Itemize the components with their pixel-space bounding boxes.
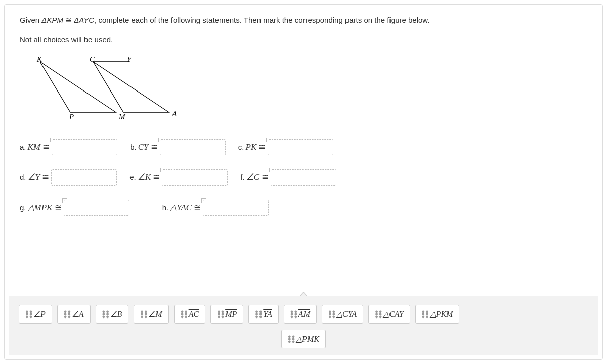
triangles-svg: K P M C Y A xyxy=(30,57,182,122)
choices-band: ●●●●●●∠P●●●●●●∠A●●●●●●∠B●●●●●●∠M●●●●●●AC… xyxy=(9,296,598,355)
grip-icon: ●●●●●● xyxy=(181,310,186,318)
choice-tile[interactable]: ●●●●●●∠B xyxy=(96,305,129,324)
cong: ≅ xyxy=(258,142,266,152)
grip-icon: ●●●●●● xyxy=(290,310,295,318)
stmt-a: a. KM ≅ xyxy=(20,139,117,155)
label-M: M xyxy=(118,113,126,121)
choice-tile[interactable]: ●●●●●●∠P xyxy=(19,305,52,324)
cong: ≅ xyxy=(153,172,160,183)
cong-sym: ≅ xyxy=(63,16,74,24)
prompt-text: Given ΔKPM ≅ ΔAYC, complete each of the … xyxy=(20,15,587,26)
stmt-a-id: a. xyxy=(20,143,26,151)
dropzone-h[interactable] xyxy=(203,200,269,216)
cong: ≅ xyxy=(42,172,49,183)
grip-icon: ●●●●●● xyxy=(375,310,380,318)
prompt-post: , complete each of the following stateme… xyxy=(94,16,429,24)
row-1: a. KM ≅ b. CY ≅ c. PK ≅ xyxy=(20,139,587,155)
stmt-e: e. ∠K ≅ xyxy=(129,169,228,186)
choice-tile[interactable]: ●●●●●●△CYA xyxy=(322,305,363,324)
grip-icon: ●●●●●● xyxy=(64,310,69,318)
cong: ≅ xyxy=(262,172,269,183)
stmt-a-text: KM xyxy=(28,142,41,152)
choice-tile[interactable]: ●●●●●●△PMK xyxy=(281,330,326,348)
grip-icon: ●●●●●● xyxy=(217,310,222,318)
stmt-c-text: PK xyxy=(246,142,257,152)
choice-tile[interactable]: ●●●●●●YA xyxy=(248,305,279,324)
stmt-d-id: d. xyxy=(20,173,26,181)
dropzone-c[interactable] xyxy=(268,139,333,155)
stmt-d-text: ∠Y xyxy=(28,172,40,183)
row-3: g. △MPK ≅ h. △YAC ≅ xyxy=(20,200,587,216)
statements: a. KM ≅ b. CY ≅ c. PK ≅ d. ∠Y ≅ e xyxy=(20,139,587,216)
dropzone-d[interactable] xyxy=(51,169,117,186)
grip-icon: ●●●●●● xyxy=(422,310,427,318)
choice-tile[interactable]: ●●●●●●MP xyxy=(210,305,243,324)
grip-icon: ●●●●●● xyxy=(288,335,293,343)
stmt-b: b. CY ≅ xyxy=(130,139,226,155)
choices-row-1: ●●●●●●∠P●●●●●●∠A●●●●●●∠B●●●●●●∠M●●●●●●AC… xyxy=(19,305,588,324)
choices-row-2: ●●●●●●△PMK xyxy=(19,330,588,348)
dropzone-e[interactable] xyxy=(162,169,228,186)
stmt-b-id: b. xyxy=(130,143,137,151)
stmt-c-id: c. xyxy=(238,143,244,151)
cong: ≅ xyxy=(194,202,201,213)
stmt-g-text: △MPK xyxy=(28,202,53,213)
caret-up-icon xyxy=(300,292,307,296)
stmt-e-id: e. xyxy=(129,173,136,181)
grip-icon: ●●●●●● xyxy=(102,310,107,318)
stmt-f-id: f. xyxy=(240,173,244,181)
stmt-g-id: g. xyxy=(20,203,26,212)
tri-ayc: ΔAYC xyxy=(74,16,94,24)
tri-kpm: ΔKPM xyxy=(41,16,63,24)
choice-tile[interactable]: ●●●●●●AM xyxy=(284,305,317,324)
prompt-pre: Given xyxy=(20,16,41,24)
stmt-h-id: h. xyxy=(162,203,169,212)
note-text: Not all choices will be used. xyxy=(20,35,587,44)
label-P: P xyxy=(69,113,74,121)
stmt-h: h. △YAC ≅ xyxy=(162,200,269,216)
choice-tile[interactable]: ●●●●●●△CAY xyxy=(368,305,410,324)
choice-tile[interactable]: ●●●●●●∠M xyxy=(134,305,168,324)
label-Y: Y xyxy=(127,57,132,63)
cong: ≅ xyxy=(42,142,50,152)
grip-icon: ●●●●●● xyxy=(25,310,30,318)
cong: ≅ xyxy=(151,142,158,152)
label-C: C xyxy=(90,57,95,63)
choice-tile[interactable]: ●●●●●●∠A xyxy=(57,305,91,324)
choice-tile[interactable]: ●●●●●●AC xyxy=(174,305,205,324)
stmt-e-text: ∠K xyxy=(138,172,151,183)
figure: K P M C Y A xyxy=(30,57,587,124)
dropzone-g[interactable] xyxy=(64,200,129,216)
row-2: d. ∠Y ≅ e. ∠K ≅ f. ∠C ≅ xyxy=(20,169,587,186)
stmt-c: c. PK ≅ xyxy=(238,139,334,155)
question-card: Given ΔKPM ≅ ΔAYC, complete each of the … xyxy=(4,4,603,360)
cong: ≅ xyxy=(55,202,62,213)
dropzone-b[interactable] xyxy=(160,139,226,155)
stmt-f-text: ∠C xyxy=(246,172,259,183)
stmt-d: d. ∠Y ≅ xyxy=(20,169,117,186)
stmt-f: f. ∠C ≅ xyxy=(240,169,336,186)
grip-icon: ●●●●●● xyxy=(140,310,145,318)
dropzone-a[interactable] xyxy=(52,139,117,155)
label-A: A xyxy=(171,110,177,118)
dropzone-f[interactable] xyxy=(271,169,336,186)
stmt-g: g. △MPK ≅ xyxy=(20,200,129,216)
stmt-b-text: CY xyxy=(138,142,149,152)
grip-icon: ●●●●●● xyxy=(328,310,333,318)
stmt-h-text: △YAC xyxy=(170,202,192,213)
choice-tile[interactable]: ●●●●●●△PKM xyxy=(415,305,460,324)
label-K: K xyxy=(36,57,42,63)
grip-icon: ●●●●●● xyxy=(255,310,260,318)
